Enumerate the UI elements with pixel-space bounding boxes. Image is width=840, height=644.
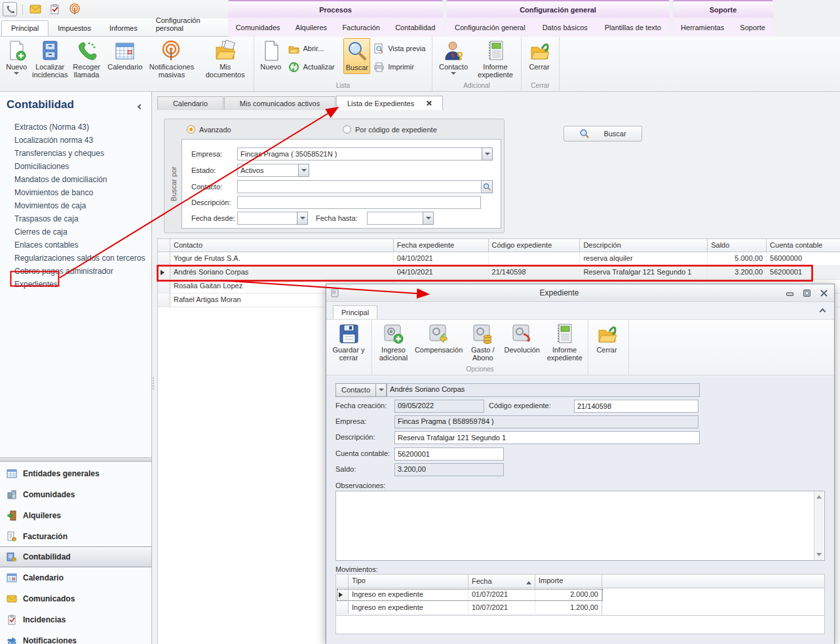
doc-tab-calendario[interactable]: Calendario (157, 96, 223, 110)
table-row-selected[interactable]: Andrés Soriano Corpas 04/10/2021 21/1405… (158, 266, 840, 280)
notificaciones-masivas-button[interactable]: Notificaciones masivas (146, 38, 198, 81)
col-saldo[interactable]: Saldo (708, 239, 767, 252)
radio-por-codigo[interactable]: Por código de expediente (343, 125, 437, 134)
estado-combo[interactable]: Activos (237, 164, 309, 177)
sidebar-item-extractos[interactable]: Extractos (Norma 43) (0, 121, 151, 134)
doc-tab-lista-expedientes[interactable]: Lista de Expedientes (336, 96, 443, 110)
tab-configuracion-general[interactable]: Configuración general (453, 21, 527, 34)
dropdown-arrow-icon[interactable] (298, 164, 309, 177)
tab-configuracion-personal[interactable]: Configuración personal (147, 13, 228, 36)
informe-expediente-button[interactable]: Informe expediente (474, 38, 517, 81)
recoger-llamada-button[interactable]: Recoger llamada (69, 38, 104, 81)
collapse-ribbon-icon[interactable] (820, 309, 826, 315)
mov-col-importe[interactable]: Importe (535, 575, 602, 588)
col-cuenta-contable[interactable]: Cuenta contable (767, 239, 840, 252)
dialog-tab-principal[interactable]: Principal (333, 305, 377, 319)
cuenta-contable-input[interactable] (394, 447, 504, 461)
tab-soporte[interactable]: Soporte (738, 21, 767, 34)
collapse-sidebar-icon[interactable] (138, 104, 143, 109)
table-row[interactable]: Yogur de Frutas S.A. 04/10/2021 reserva … (158, 252, 840, 266)
cerrar-dialog-button[interactable]: Cerrar (590, 321, 623, 356)
sidebar-nav-facturacion[interactable]: Facturación (0, 526, 151, 547)
col-codigo-expediente[interactable]: Código expediente (489, 239, 581, 252)
observaciones-scrollbar[interactable] (814, 491, 824, 560)
buscar-por-tab[interactable]: Buscar por (166, 139, 180, 229)
empresa-combo[interactable]: Fincas Pragma ( 35058521N ) (237, 147, 493, 161)
imprimir-button[interactable]: Imprimir (372, 60, 430, 73)
contacto-button[interactable]: Contacto (434, 38, 472, 79)
contacto-input[interactable] (237, 180, 482, 193)
dialog-title-bar[interactable]: Expediente (326, 284, 834, 302)
sidebar-item-mandatos[interactable]: Mandatos de domiciliación (0, 173, 151, 186)
broadcast-icon[interactable] (67, 2, 82, 16)
tab-informes[interactable]: Informes (100, 21, 147, 36)
dropdown-arrow-icon[interactable] (375, 383, 387, 397)
contacto-value-field[interactable]: Andrés Soriano Corpas (387, 383, 700, 397)
sidebar-item-expedientes[interactable]: Expedientes (0, 278, 151, 291)
dropdown-arrow-icon[interactable] (482, 147, 493, 161)
descripcion-input[interactable] (394, 431, 700, 444)
tasks-icon[interactable] (48, 2, 62, 16)
dropdown-arrow-icon[interactable] (423, 212, 434, 225)
sidebar-item-domiciliaciones[interactable]: Domiciliaciones (0, 160, 151, 173)
sidebar-item-mov-caja[interactable]: Movimientos de caja (0, 199, 151, 212)
close-tab-icon[interactable] (426, 100, 432, 106)
tab-alquileres[interactable]: Alquileres (294, 21, 328, 34)
col-contacto[interactable]: Contacto (170, 239, 394, 252)
movimiento-row-selected[interactable]: Ingreso en expediente 01/07/2021 2.000,0… (336, 588, 603, 601)
mov-col-fecha[interactable]: Fecha (468, 575, 535, 588)
phone-icon[interactable] (3, 2, 17, 16)
sidebar-item-cobros[interactable]: Cobros pagos administrador (0, 265, 151, 278)
sidebar-item-mov-banco[interactable]: Movimientos de banco (0, 186, 151, 199)
sidebar-item-transferencias[interactable]: Transferencias y cheques (0, 147, 151, 160)
sidebar-item-enlaces[interactable]: Enlaces contables (0, 238, 151, 252)
descripcion-input[interactable] (237, 196, 481, 209)
col-fecha-expediente[interactable]: Fecha expediente (394, 239, 489, 252)
actualizar-button[interactable]: Actualizar (286, 60, 342, 73)
devolucion-button[interactable]: Devolución (502, 321, 542, 356)
observaciones-textarea[interactable] (335, 491, 825, 561)
vista-previa-button[interactable]: Vista previa (372, 42, 430, 55)
sidebar-nav-incidencias[interactable]: Incidencias (0, 609, 151, 630)
buscar-button[interactable]: Buscar (563, 126, 642, 142)
sidebar-item-regularizaciones[interactable]: Regularizaciones saldos con terceros (0, 252, 151, 265)
tab-datos-basicos[interactable]: Datos básicos (541, 21, 589, 34)
gasto-abono-button[interactable]: Gasto / Abono (465, 321, 501, 364)
panel-splitter-grip[interactable] (153, 377, 154, 389)
close-icon[interactable] (817, 287, 830, 299)
calendario-button[interactable]: Calendario (105, 38, 145, 73)
tab-facturacion[interactable]: Facturación (341, 21, 381, 34)
informe-expediente-dialog-button[interactable]: Informe expediente (543, 321, 586, 364)
tab-impuestos[interactable]: Impuestos (48, 21, 100, 36)
sidebar-nav-comunidades[interactable]: Comunidades (0, 484, 151, 505)
sidebar-item-localizacion[interactable]: Localización norma 43 (0, 134, 151, 147)
lookup-magnifier-icon[interactable] (482, 180, 493, 193)
sidebar-nav-comunicados[interactable]: Comunicados (0, 588, 151, 609)
abrir-button[interactable]: Abrir... (286, 42, 342, 55)
tab-comunidades[interactable]: Comunidades (235, 21, 282, 34)
codigo-expediente-input[interactable] (574, 400, 698, 413)
tab-principal[interactable]: Principal (1, 20, 48, 36)
localizar-incidencias-button[interactable]: Localizar incidencias (32, 38, 67, 81)
buscar-ribbon-button[interactable]: Buscar (343, 38, 370, 74)
fecha-desde-combo[interactable] (237, 212, 308, 225)
radio-avanzado[interactable]: Avanzado (187, 125, 231, 134)
doc-tab-comunicados[interactable]: Mis comunicados activos (224, 96, 335, 110)
sidebar-item-traspasos[interactable]: Traspasos de caja (0, 212, 151, 225)
guardar-cerrar-button[interactable]: Guardar y cerrar (328, 321, 369, 364)
movimiento-row[interactable]: Ingreso en expediente 10/07/2021 1.200,0… (336, 601, 603, 615)
contacto-split-button[interactable]: Contacto (335, 383, 387, 397)
ingreso-adicional-button[interactable]: Ingreso adicional (374, 321, 413, 364)
mov-col-tipo[interactable]: Tipo (349, 575, 468, 588)
sidebar-item-cierres[interactable]: Cierres de caja (0, 225, 151, 238)
compensacion-button[interactable]: Compensación (414, 321, 463, 356)
tab-plantillas-texto[interactable]: Plantillas de texto (603, 21, 662, 34)
tab-herramientas[interactable]: Herramientas (679, 21, 725, 34)
sidebar-nav-calendario[interactable]: Calendario (0, 567, 151, 588)
mis-documentos-button[interactable]: Mis documentos (199, 38, 252, 81)
sidebar-splitter[interactable] (0, 457, 151, 462)
nuevo-button[interactable]: Nuevo (2, 38, 31, 79)
fecha-hasta-combo[interactable] (367, 212, 434, 225)
dropdown-arrow-icon[interactable] (297, 212, 308, 225)
sidebar-nav-notificaciones[interactable]: Notificaciones (0, 630, 151, 644)
